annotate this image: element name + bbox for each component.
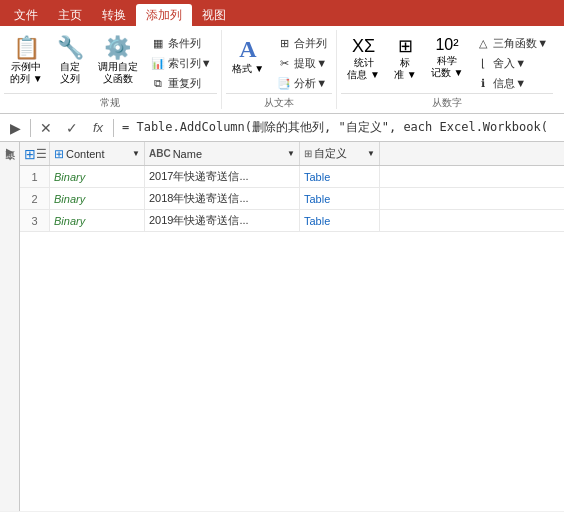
data-rows: 1 Binary 2017年快递寄送信... Table 2 Binary 20… <box>20 166 564 232</box>
merge-columns-icon: ⊞ <box>277 37 291 50</box>
info-icon: ℹ <box>476 77 490 90</box>
col-header-rownum[interactable]: ⊞ ☰ <box>20 142 50 165</box>
conditional-column-label: 条件列 <box>168 36 201 51</box>
standard-label: 标准 ▼ <box>394 57 417 81</box>
ribbon-group-general: 📋 示例中的列 ▼ 🔧 自定义列 ⚙️ 调用自定义函数 ▦ 条件列 📊 索引列▼ <box>0 30 222 109</box>
ribbon-group-from-number: XΣ 统计信息 ▼ ⊞ 标准 ▼ 10² 科学记数 ▼ △ 三角函数▼ ⌊ 舍入… <box>337 30 557 109</box>
btn-trig[interactable]: △ 三角函数▼ <box>471 34 553 53</box>
ribbon-content: 📋 示例中的列 ▼ 🔧 自定义列 ⚙️ 调用自定义函数 ▦ 条件列 📊 索引列▼ <box>0 26 564 114</box>
table-row[interactable]: 2 Binary 2018年快递寄送信... Table <box>20 188 564 210</box>
cell-row-3-num: 3 <box>20 210 50 231</box>
cancel-btn[interactable]: ✕ <box>35 117 57 139</box>
table-container: ⊞ ☰ ⊞ Content ▼ ABC Name ▼ ⊞ <box>20 142 564 511</box>
name-type-icon: ABC <box>149 148 171 159</box>
standard-icon: ⊞ <box>398 37 413 55</box>
invoke-function-icon: ⚙️ <box>104 37 131 59</box>
tab-home[interactable]: 主页 <box>48 4 92 26</box>
cell-row-1-table: Table <box>300 166 380 187</box>
cell-row-2-table: Table <box>300 188 380 209</box>
statistics-label: 统计信息 ▼ <box>347 57 380 81</box>
btn-extract[interactable]: ✂ 提取▼ <box>272 54 332 73</box>
btn-duplicate-column[interactable]: ⧉ 重复列 <box>146 74 217 93</box>
custom-header-label: 自定义 <box>314 146 347 161</box>
tab-view[interactable]: 视图 <box>192 4 236 26</box>
btn-info[interactable]: ℹ 信息▼ <box>471 74 553 93</box>
content-arrow-icon: ▼ <box>132 149 140 158</box>
btn-example-column[interactable]: 📋 示例中的列 ▼ <box>4 34 49 88</box>
custom-column-label: 自定义列 <box>60 61 80 85</box>
table-row[interactable]: 1 Binary 2017年快递寄送信... Table <box>20 166 564 188</box>
content-type-icon: ⊞ <box>54 147 64 161</box>
scientific-label: 科学记数 ▼ <box>431 55 464 79</box>
trig-label: 三角函数▼ <box>493 36 548 51</box>
content-header-label: Content <box>66 148 105 160</box>
from-number-group-label: 从数字 <box>341 93 553 112</box>
confirm-btn[interactable]: ✓ <box>61 117 83 139</box>
name-header-label: Name <box>173 148 202 160</box>
btn-analyze[interactable]: 📑 分析▼ <box>272 74 332 93</box>
btn-invoke-function[interactable]: ⚙️ 调用自定义函数 <box>92 34 144 88</box>
tab-add-column[interactable]: 添加列 <box>136 4 192 26</box>
duplicate-column-label: 重复列 <box>168 76 201 91</box>
general-small-buttons: ▦ 条件列 📊 索引列▼ ⧉ 重复列 <box>146 34 217 93</box>
ribbon-tabs: 文件 主页 转换 添加列 视图 <box>0 0 564 26</box>
btn-standard[interactable]: ⊞ 标准 ▼ <box>388 34 423 84</box>
col-header-content[interactable]: ⊞ Content ▼ <box>50 142 145 165</box>
expand-btn[interactable]: ▶ <box>4 117 26 139</box>
tab-file[interactable]: 文件 <box>4 4 48 26</box>
left-sidebar: ▶ 查询 <box>0 142 20 511</box>
rounding-icon: ⌊ <box>476 57 490 70</box>
formula-sep-2 <box>113 119 114 137</box>
table-row[interactable]: 3 Binary 2019年快递寄送信... Table <box>20 210 564 232</box>
index-column-label: 索引列▼ <box>168 56 212 71</box>
general-buttons: 📋 示例中的列 ▼ 🔧 自定义列 ⚙️ 调用自定义函数 ▦ 条件列 📊 索引列▼ <box>4 30 217 93</box>
index-column-icon: 📊 <box>151 57 165 70</box>
general-group-label: 常规 <box>4 93 217 112</box>
btn-custom-column[interactable]: 🔧 自定义列 <box>51 34 90 88</box>
btn-rounding[interactable]: ⌊ 舍入▼ <box>471 54 553 73</box>
col-header-custom[interactable]: ⊞ 自定义 ▼ <box>300 142 380 165</box>
extract-icon: ✂ <box>277 57 291 70</box>
scientific-icon: 10² <box>435 37 458 53</box>
btn-statistics[interactable]: XΣ 统计信息 ▼ <box>341 34 386 84</box>
btn-conditional-column[interactable]: ▦ 条件列 <box>146 34 217 53</box>
invoke-function-label: 调用自定义函数 <box>98 61 138 85</box>
custom-filter-icon: ⊞ <box>304 148 312 159</box>
from-number-buttons: XΣ 统计信息 ▼ ⊞ 标准 ▼ 10² 科学记数 ▼ △ 三角函数▼ ⌊ 舍入… <box>341 30 553 93</box>
cell-row-2-binary: Binary <box>50 188 145 209</box>
example-column-icon: 📋 <box>13 37 40 59</box>
main-area: ▶ 查询 ⊞ ☰ ⊞ Content ▼ ABC Name ▼ <box>0 142 564 511</box>
cell-row-3-binary: Binary <box>50 210 145 231</box>
col-header-name[interactable]: ABC Name ▼ <box>145 142 300 165</box>
cell-row-3-table: Table <box>300 210 380 231</box>
trig-icon: △ <box>476 37 490 50</box>
cell-row-1-num: 1 <box>20 166 50 187</box>
formula-text[interactable]: = Table.AddColumn(删除的其他列, "自定义", each Ex… <box>118 119 560 136</box>
name-arrow-icon: ▼ <box>287 149 295 158</box>
table-header: ⊞ ☰ ⊞ Content ▼ ABC Name ▼ ⊞ <box>20 142 564 166</box>
duplicate-column-icon: ⧉ <box>151 77 165 90</box>
table-icon: ⊞ <box>24 146 36 162</box>
example-column-label: 示例中的列 ▼ <box>10 61 43 85</box>
extract-label: 提取▼ <box>294 56 327 71</box>
statistics-icon: XΣ <box>352 37 375 55</box>
cell-row-1-name: 2017年快递寄送信... <box>145 166 300 187</box>
btn-scientific[interactable]: 10² 科学记数 ▼ <box>425 34 470 82</box>
format-label: 格式 ▼ <box>232 63 265 75</box>
cell-row-3-name: 2019年快递寄送信... <box>145 210 300 231</box>
merge-columns-label: 合并列 <box>294 36 327 51</box>
btn-format[interactable]: A 格式 ▼ <box>226 34 271 78</box>
from-text-buttons: A 格式 ▼ ⊞ 合并列 ✂ 提取▼ 📑 分析▼ <box>226 30 333 93</box>
formula-bar: ▶ ✕ ✓ fx = Table.AddColumn(删除的其他列, "自定义"… <box>0 114 564 142</box>
custom-column-icon: 🔧 <box>57 37 84 59</box>
fx-btn[interactable]: fx <box>87 117 109 139</box>
tab-transform[interactable]: 转换 <box>92 4 136 26</box>
cell-row-1-binary: Binary <box>50 166 145 187</box>
btn-merge-columns[interactable]: ⊞ 合并列 <box>272 34 332 53</box>
info-label: 信息▼ <box>493 76 526 91</box>
analyze-label: 分析▼ <box>294 76 327 91</box>
btn-index-column[interactable]: 📊 索引列▼ <box>146 54 217 73</box>
ribbon-group-from-text: A 格式 ▼ ⊞ 合并列 ✂ 提取▼ 📑 分析▼ 从文本 <box>222 30 338 109</box>
list-icon: ☰ <box>36 147 47 161</box>
sidebar-arrow[interactable]: ▶ <box>6 146 14 157</box>
